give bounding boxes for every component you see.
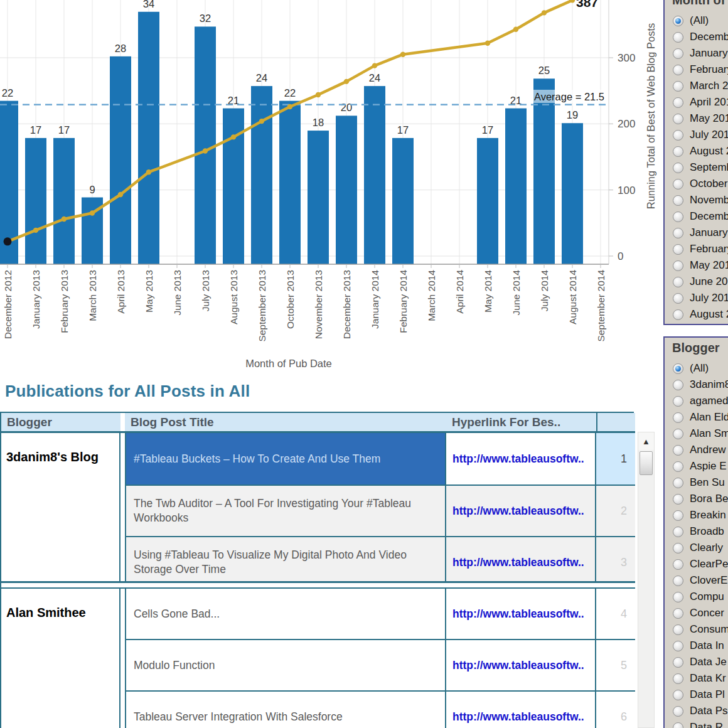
blogger-filter-option[interactable]: Broadb: [665, 523, 728, 540]
bar[interactable]: [533, 78, 555, 264]
post-hyperlink[interactable]: http://www.tableausoftw..: [446, 690, 596, 728]
radio-icon[interactable]: [673, 445, 683, 456]
scroll-up-icon[interactable]: ▲: [638, 432, 654, 450]
blogger-filter-option[interactable]: Data Ps: [665, 703, 728, 719]
blogger-filter-option[interactable]: Aspie E: [665, 458, 728, 474]
radio-icon[interactable]: [673, 575, 683, 586]
radio-icon[interactable]: [673, 527, 683, 537]
radio-icon[interactable]: [673, 559, 683, 570]
blogger-filter-option[interactable]: CloverE: [665, 572, 728, 589]
blogger-filter-option[interactable]: agamed: [665, 393, 728, 409]
post-hyperlink[interactable]: http://www.tableausoftw..: [446, 639, 596, 690]
bar[interactable]: [562, 123, 583, 264]
radio-icon[interactable]: [673, 146, 683, 157]
radio-icon[interactable]: [673, 380, 683, 390]
month-filter-option[interactable]: January 2014: [665, 225, 728, 241]
radio-icon[interactable]: [673, 608, 683, 619]
blogger-filter-option[interactable]: Data Je: [665, 654, 728, 670]
bar[interactable]: [336, 115, 357, 264]
bar[interactable]: [110, 56, 131, 264]
month-filter-option[interactable]: May 2014: [665, 257, 728, 274]
bar[interactable]: [477, 138, 498, 264]
blogger-filter-option[interactable]: Consum: [665, 621, 728, 638]
radio-icon[interactable]: [673, 396, 683, 407]
blogger-filter-option[interactable]: Data R: [665, 719, 728, 728]
radio-icon[interactable]: [673, 130, 683, 141]
radio-icon[interactable]: [673, 363, 683, 374]
radio-icon[interactable]: [673, 657, 683, 668]
radio-icon[interactable]: [673, 309, 683, 320]
radio-icon[interactable]: [673, 16, 683, 26]
radio-icon[interactable]: [673, 228, 683, 238]
blogger-filter-option[interactable]: Data Kr: [665, 670, 728, 687]
radio-icon[interactable]: [673, 65, 683, 75]
month-filter-option[interactable]: July 2014: [665, 290, 728, 306]
blogger-filter-option[interactable]: Alan Smithee: [665, 426, 728, 442]
radio-icon[interactable]: [673, 624, 683, 635]
radio-icon[interactable]: [673, 461, 683, 472]
post-title-cell[interactable]: Modulo Function: [125, 639, 446, 690]
scrollbar-thumb[interactable]: [640, 451, 653, 475]
radio-icon[interactable]: [673, 244, 683, 255]
bar[interactable]: [251, 86, 272, 264]
bar[interactable]: [53, 138, 75, 264]
month-filter-option[interactable]: March 2013: [665, 78, 728, 94]
column-header-blogger[interactable]: Blogger: [1, 413, 120, 433]
blogger-filter-option[interactable]: Data In: [665, 638, 728, 654]
month-filter-option[interactable]: July 2013: [665, 127, 728, 143]
blogger-filter-option[interactable]: 3danim8's Blog: [665, 377, 728, 393]
bar[interactable]: [138, 12, 159, 264]
radio-icon[interactable]: [673, 293, 683, 304]
post-title-cell[interactable]: The Twb Auditor – A Tool For Investigati…: [125, 484, 446, 536]
radio-icon[interactable]: [673, 478, 683, 488]
table-scrollbar[interactable]: ▲: [638, 432, 655, 728]
radio-icon[interactable]: [673, 179, 683, 190]
blogger-filter-option[interactable]: Clearly: [665, 540, 728, 556]
bar[interactable]: [195, 26, 216, 264]
post-hyperlink[interactable]: http://www.tableausoftw..: [446, 484, 596, 536]
blogger-cell[interactable]: 3danim8's Blog: [1, 433, 120, 587]
post-title-cell[interactable]: Tableau Server Integration With Salesfor…: [125, 690, 446, 728]
radio-icon[interactable]: [673, 510, 683, 521]
month-filter-option[interactable]: (All): [665, 13, 728, 29]
radio-icon[interactable]: [673, 195, 683, 206]
blogger-filter-option[interactable]: (All): [665, 360, 728, 377]
blogger-filter-option[interactable]: Alan Eldridge: [665, 409, 728, 426]
radio-icon[interactable]: [673, 97, 683, 108]
bar[interactable]: [308, 131, 329, 264]
bar[interactable]: [279, 101, 301, 264]
radio-icon[interactable]: [673, 543, 683, 554]
month-filter-option[interactable]: August 2013: [665, 143, 728, 159]
month-filter-option[interactable]: December 2013: [665, 208, 728, 225]
post-hyperlink[interactable]: http://www.tableausoftw..: [446, 587, 596, 639]
month-filter-option[interactable]: January 2013: [665, 45, 728, 62]
radio-icon[interactable]: [673, 260, 683, 271]
radio-icon[interactable]: [673, 673, 683, 684]
post-hyperlink[interactable]: http://www.tableausoftw..: [446, 536, 596, 587]
radio-icon[interactable]: [673, 163, 683, 173]
month-filter-option[interactable]: September 2013: [665, 159, 728, 176]
radio-icon[interactable]: [673, 592, 683, 602]
month-filter-option[interactable]: August 2014: [665, 306, 728, 323]
month-filter-option[interactable]: April 2013: [665, 94, 728, 110]
bar[interactable]: [25, 138, 46, 264]
post-title-cell[interactable]: Cells Gone Bad...: [125, 587, 446, 639]
radio-icon[interactable]: [673, 114, 683, 124]
month-filter-option[interactable]: May 2013: [665, 110, 728, 127]
line-start-marker[interactable]: [4, 237, 12, 245]
bar[interactable]: [392, 138, 414, 264]
month-filter-option[interactable]: June 2014: [665, 274, 728, 290]
blogger-filter-option[interactable]: Data Pl: [665, 687, 728, 703]
radio-icon[interactable]: [673, 32, 683, 43]
bar[interactable]: [364, 86, 385, 264]
month-filter-option[interactable]: October 2013: [665, 176, 728, 192]
month-filter-option[interactable]: February 2014: [665, 241, 728, 257]
radio-icon[interactable]: [673, 690, 683, 700]
blogger-filter-option[interactable]: Bora Be: [665, 491, 728, 507]
blogger-filter-option[interactable]: ClearPe: [665, 556, 728, 572]
blogger-filter-option[interactable]: Ben Su: [665, 474, 728, 491]
radio-icon[interactable]: [673, 412, 683, 423]
radio-icon[interactable]: [673, 706, 683, 717]
blogger-filter-option[interactable]: Concer: [665, 605, 728, 621]
post-title-cell[interactable]: #Tableau Buckets – How To Create And Use…: [125, 433, 446, 484]
